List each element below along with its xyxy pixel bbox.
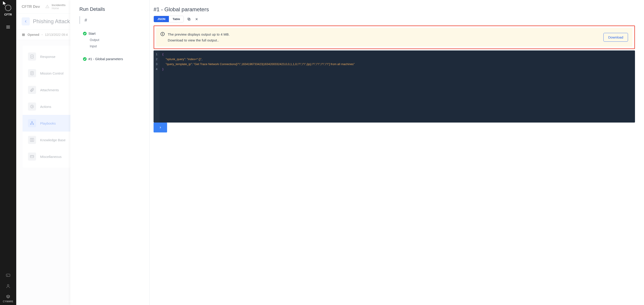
copy-icon[interactable] bbox=[186, 17, 192, 22]
sidebar-item-label: Knowledge Base bbox=[40, 138, 66, 142]
env-title: CFTR Dev bbox=[22, 4, 40, 9]
info-icon: i bbox=[160, 32, 164, 36]
run-node-output[interactable]: Output bbox=[79, 37, 146, 43]
run-node-label: Input bbox=[90, 44, 97, 48]
brand-logo: CYWARE bbox=[3, 295, 14, 303]
alert-text: The preview displays output up to 4 MB. … bbox=[168, 31, 600, 43]
sidebar-item-label: Attachments bbox=[40, 88, 59, 92]
breadcrumb-section: Incidentts bbox=[52, 3, 66, 7]
breadcrumb-home: Home bbox=[52, 7, 66, 10]
svg-point-16 bbox=[30, 105, 33, 108]
close-icon[interactable] bbox=[194, 17, 199, 22]
sidebar-item-label: Miscellaneous bbox=[40, 155, 62, 159]
brand-text: CYWARE bbox=[3, 300, 14, 303]
svg-rect-24 bbox=[30, 155, 34, 158]
sidebar-item-label: Mission Control bbox=[40, 71, 63, 75]
svg-point-6 bbox=[7, 285, 9, 286]
run-output-pane: #1 - Global parameters JSON Table i The … bbox=[149, 0, 644, 305]
sidebar-item-label: Response bbox=[40, 55, 56, 58]
download-button[interactable]: Download bbox=[604, 33, 628, 42]
response-icon bbox=[28, 52, 36, 61]
meta-opened-label: Opened bbox=[28, 33, 39, 36]
actions-icon bbox=[28, 102, 36, 111]
svg-rect-26 bbox=[188, 18, 190, 20]
run-node-global-parameters[interactable]: #1 - Global parameters bbox=[79, 56, 146, 62]
svg-rect-27 bbox=[188, 18, 190, 19]
misc-icon bbox=[28, 152, 36, 161]
run-node-label: Output bbox=[90, 38, 99, 42]
svg-rect-4 bbox=[6, 274, 10, 277]
playbooks-icon bbox=[28, 119, 36, 127]
svg-rect-17 bbox=[32, 122, 32, 122]
run-node-label: #1 - Global parameters bbox=[88, 57, 123, 61]
run-node-start[interactable]: Start bbox=[79, 30, 146, 37]
run-node-input[interactable]: Input bbox=[79, 43, 146, 49]
user-icon[interactable] bbox=[6, 284, 10, 290]
table-tab[interactable]: Table bbox=[169, 16, 184, 22]
hamburger-icon[interactable] bbox=[6, 24, 11, 31]
json-tab[interactable]: JSON bbox=[154, 16, 169, 22]
svg-rect-19 bbox=[33, 124, 33, 125]
check-icon bbox=[83, 57, 86, 61]
left-rail: CFTR CYWARE bbox=[0, 0, 16, 305]
code-gutter: 1234 bbox=[154, 50, 160, 123]
json-code-viewer[interactable]: 1234 { "splunk_query": "index=* {}", "qu… bbox=[154, 50, 635, 123]
attachment-icon bbox=[28, 86, 36, 94]
svg-rect-10 bbox=[22, 33, 25, 34]
run-details-panel: Run Details # Start Output Input #1 - Gl… bbox=[70, 0, 644, 305]
run-node-label: Start bbox=[88, 31, 96, 35]
panel-title: Run Details bbox=[79, 6, 146, 12]
svg-point-8 bbox=[47, 7, 48, 8]
sidebar-item-label: Actions bbox=[40, 105, 51, 109]
output-title: #1 - Global parameters bbox=[154, 6, 635, 12]
calendar-icon bbox=[22, 33, 25, 36]
check-icon bbox=[83, 32, 86, 35]
breadcrumb[interactable]: Incidentts Home bbox=[45, 3, 66, 10]
meta-date: 12/13/2022 09:4 bbox=[45, 33, 68, 36]
mission-icon bbox=[28, 69, 36, 77]
cursor-icon bbox=[2, 0, 8, 7]
app-logo-text: CFTR bbox=[4, 13, 12, 16]
card-icon[interactable] bbox=[6, 273, 10, 279]
page-title: Phishing Attack bbox=[33, 18, 70, 24]
svg-rect-18 bbox=[30, 124, 31, 125]
book-icon bbox=[28, 136, 36, 144]
panel-hash: # bbox=[79, 16, 146, 24]
back-button[interactable] bbox=[22, 17, 30, 25]
sidebar-item-label: Playbooks bbox=[40, 121, 56, 125]
code-body: { "splunk_query": "index=* {}", "query_t… bbox=[160, 50, 358, 123]
run-tree-pane: Run Details # Start Output Input #1 - Gl… bbox=[70, 0, 149, 305]
preview-limit-alert: i The preview displays output up to 4 MB… bbox=[154, 25, 635, 49]
view-mode-segment: JSON Table bbox=[154, 16, 184, 22]
next-button[interactable] bbox=[154, 123, 167, 132]
